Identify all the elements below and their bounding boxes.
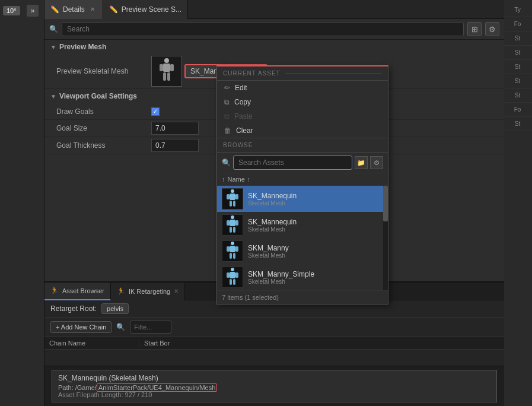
add-chain-button[interactable]: + Add New Chain — [50, 321, 112, 333]
browse-header: BROWSE — [217, 138, 388, 153]
browse-search-icon: 🔍 — [222, 158, 231, 167]
svg-point-0 — [164, 58, 169, 63]
settings-icon-btn[interactable]: ⚙ — [485, 22, 499, 36]
info-bar-content: SK_Mannequin (Skeletal Mesh) Path: /Game… — [52, 370, 497, 402]
asset-item-0[interactable]: SK_Mannequin Skeletal Mesh — [217, 186, 388, 212]
tab-preview-scene[interactable]: ✏️ Preview Scene S... — [103, 0, 188, 19]
right-panel-item-1[interactable]: Ty — [503, 3, 532, 17]
right-panel-item-2[interactable]: Fo — [503, 17, 532, 31]
asset-browser-tab-icon: 🏃 — [50, 287, 59, 294]
asset-mannequin-icon-1 — [224, 215, 241, 235]
asset-item-2[interactable]: SKM_Manny Skeletal Mesh — [217, 238, 388, 264]
goal-thickness-label: Goal Thickness — [56, 141, 151, 150]
asset-thumbnail — [151, 56, 182, 87]
info-bar: SK_Mannequin (Skeletal Mesh) Path: /Game… — [44, 366, 504, 406]
current-asset-header-label: CURRENT ASSET — [223, 70, 281, 77]
draw-goals-label: Draw Goals — [56, 107, 151, 116]
clear-icon: 🗑 — [224, 126, 231, 135]
bottom-tab-ik-retargeting[interactable]: 🏃 IK Retargeting ✕ — [111, 283, 185, 300]
asset-dropdown-panel: CURRENT ASSET ✏ Edit ⧉ Copy ⧉ Paste 🗑 Cl… — [216, 65, 388, 304]
svg-rect-25 — [230, 272, 235, 278]
ik-retargeting-tab-close[interactable]: ✕ — [174, 288, 179, 294]
preview-mesh-section-title: Preview Mesh — [59, 43, 106, 51]
svg-rect-19 — [230, 246, 235, 252]
mannequin-thumbnail-icon — [156, 58, 177, 85]
browse-folder-icon-btn[interactable]: 📁 — [355, 156, 368, 169]
right-panel-item-9[interactable]: St — [503, 117, 532, 131]
asset-type-1: Skeletal Mesh — [248, 226, 383, 233]
dropdown-copy-item[interactable]: ⧉ Copy — [217, 95, 388, 109]
asset-item-3[interactable]: SKM_Manny_Simple Skeletal Mesh — [217, 264, 388, 290]
svg-rect-14 — [227, 220, 230, 226]
dropdown-clear-item[interactable]: 🗑 Clear — [217, 123, 388, 138]
asset-thumb-3 — [222, 267, 243, 288]
goal-size-input[interactable] — [151, 122, 199, 135]
goal-thickness-input[interactable] — [151, 139, 199, 152]
right-panel-item-6[interactable]: St — [503, 74, 532, 88]
asset-list: SK_Mannequin Skeletal Mesh SK_Mannequin … — [217, 186, 388, 290]
edit-icon: ✏ — [224, 84, 230, 92]
browse-settings-icon-btn[interactable]: ⚙ — [370, 156, 383, 169]
svg-point-6 — [231, 189, 234, 193]
right-panel-item-7[interactable]: St — [503, 88, 532, 103]
clear-label: Clear — [236, 126, 253, 135]
filter-input[interactable] — [130, 321, 171, 334]
copy-icon: ⧉ — [224, 98, 230, 106]
retarget-root-value[interactable]: pelvis — [101, 303, 129, 314]
collapse-button[interactable]: » — [27, 5, 39, 17]
asset-name-1: SK_Mannequin — [248, 218, 383, 226]
bottom-tab-asset-browser[interactable]: 🏃 Asset Browser — [44, 283, 111, 300]
search-magnifier-icon: 🔍 — [49, 25, 58, 33]
right-panel-item-5[interactable]: St — [503, 60, 532, 74]
svg-rect-28 — [230, 279, 232, 285]
info-size: Asset Filepath Length: 927 / 210 — [58, 391, 490, 398]
info-title: SK_Mannequin (Skeletal Mesh) — [58, 374, 490, 382]
preview-tab-label: Preview Scene S... — [122, 5, 181, 14]
asset-browser-tab-label: Asset Browser — [62, 287, 104, 294]
tab-details[interactable]: ✏️ Details ✕ — [44, 0, 103, 19]
left-sidebar: 10° » — [0, 0, 44, 406]
filter-icon: 🔍 — [116, 323, 125, 331]
viewport-goal-arrow-icon: ▼ — [50, 93, 56, 100]
path-label: Path: /Game/ — [58, 384, 97, 391]
right-panel-item-8[interactable]: Fo — [503, 103, 532, 117]
asset-count-bar: 7 items (1 selected) — [217, 290, 388, 304]
browse-search-input[interactable] — [233, 156, 352, 170]
chain-table-header: Chain Name Start Bor — [44, 337, 504, 350]
name-column-header: Name ↑ — [228, 176, 250, 183]
ik-retargeting-tab-icon: 🏃 — [117, 287, 125, 295]
browse-search-row: 🔍 📁 ⚙ — [217, 153, 388, 173]
dropdown-edit-item[interactable]: ✏ Edit — [217, 81, 388, 95]
search-input[interactable] — [62, 22, 464, 36]
preview-mesh-section-header[interactable]: ▼ Preview Mesh — [44, 40, 504, 54]
svg-rect-3 — [170, 64, 174, 71]
columns-icon-btn[interactable]: ⊞ — [467, 22, 482, 36]
svg-rect-22 — [230, 253, 232, 259]
asset-thumb-1 — [222, 214, 243, 236]
chain-controls-row: + Add New Chain 🔍 — [44, 318, 504, 337]
asset-item-1[interactable]: SK_Mannequin Skeletal Mesh — [217, 212, 388, 238]
details-tab-close[interactable]: ✕ — [88, 5, 97, 14]
right-panel-item-4[interactable]: St — [503, 46, 532, 60]
asset-mannequin-icon-2 — [224, 241, 241, 261]
asset-thumb-2 — [222, 240, 243, 262]
svg-rect-17 — [233, 227, 235, 233]
scroll-thumb[interactable] — [383, 186, 388, 221]
asset-mannequin-icon-0 — [224, 189, 241, 209]
svg-rect-2 — [160, 64, 163, 71]
svg-rect-20 — [227, 246, 230, 252]
svg-rect-21 — [235, 246, 238, 252]
right-sidebar: Ty Fo St St St St St Fo St — [502, 0, 532, 406]
draw-goals-checkbox[interactable]: ✓ — [151, 107, 160, 116]
dropdown-paste-item[interactable]: ⧉ Paste — [217, 109, 388, 123]
svg-rect-26 — [227, 272, 230, 278]
preview-mesh-arrow-icon: ▼ — [50, 44, 56, 50]
svg-rect-29 — [233, 279, 235, 285]
svg-rect-23 — [233, 253, 235, 259]
svg-point-24 — [231, 268, 234, 271]
asset-mannequin-icon-3 — [224, 267, 241, 287]
tab-bar: ✏️ Details ✕ ✏️ Preview Scene S... — [44, 0, 504, 19]
right-panel-item-3[interactable]: St — [503, 31, 532, 46]
path-highlight: AnimStarterPack/UE4_Mannequin/Mesh — [97, 383, 217, 392]
edit-label: Edit — [235, 84, 247, 92]
